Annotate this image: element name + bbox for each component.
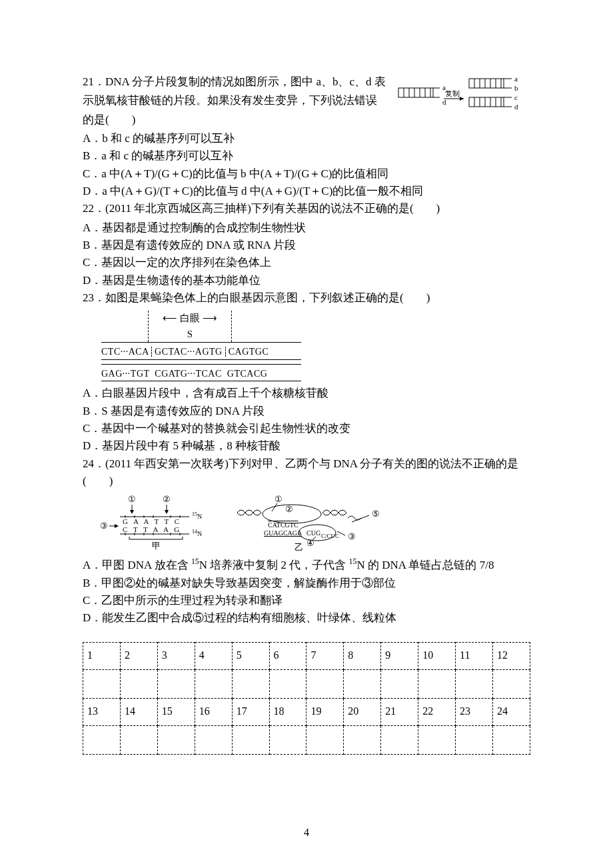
q23-stem: 23．如图是果蝇染色体上的白眼基因示意图，下列叙述正确的是( ) (83, 289, 530, 307)
grid-blank[interactable] (456, 669, 493, 698)
q24-figure: ① ② ③ G A A T T C C T T A A G 15N 14N 甲 (99, 495, 530, 553)
grid-cell: 4 (195, 642, 232, 669)
answer-grid: 1 2 3 4 5 6 7 8 9 10 11 12 13 14 15 16 1… (83, 642, 530, 755)
grid-blank[interactable] (306, 725, 344, 754)
q23-seq-bot-left: GAG···TGT (101, 369, 149, 379)
svg-text:b: b (514, 84, 518, 92)
grid-blank[interactable] (306, 669, 344, 698)
q24-option-c: C．乙图中所示的生理过程为转录和翻译 (83, 592, 530, 609)
q23-option-d: D．基因片段中有 5 种碱基，8 种核苷酸 (83, 437, 530, 455)
svg-text:GUAGCAGA: GUAGCAGA (264, 529, 303, 537)
q23-seq-top-left: CTC···ACA (101, 347, 149, 357)
grid-cell: 7 (306, 642, 344, 669)
grid-blank[interactable] (232, 725, 269, 754)
q23-seq-top-mid: GCTAC···AGTG (155, 347, 223, 357)
grid-cell: 11 (456, 642, 493, 669)
svg-text:d: d (514, 103, 518, 111)
q21-option-a: A．b 和 c 的碱基序列可以互补 (83, 130, 530, 147)
grid-cell: 6 (269, 642, 306, 669)
q22-option-c: C．基因以一定的次序排列在染色体上 (83, 254, 530, 271)
grid-cell: 15 (157, 698, 195, 725)
grid-cell: 23 (456, 698, 493, 725)
table-row: 1 2 3 4 5 6 7 8 9 10 11 12 (83, 642, 530, 669)
grid-blank[interactable] (83, 669, 121, 698)
q23-seq-bot-mid: CGATG···TCAC (155, 369, 222, 379)
grid-cell: 21 (381, 698, 418, 725)
page-number: 4 (0, 825, 613, 841)
grid-blank[interactable] (269, 725, 306, 754)
svg-line-67 (272, 503, 277, 511)
grid-blank[interactable] (418, 725, 456, 754)
svg-text:C T T A  A G: C T T A A G (123, 525, 181, 533)
q21-arrow-label: 复制 (445, 89, 460, 97)
svg-text:③: ③ (348, 531, 356, 541)
svg-text:15N: 15N (192, 511, 202, 520)
q22-option-b: B．基因是有遗传效应的 DNA 或 RNA 片段 (83, 237, 530, 254)
svg-text:CATCGTC: CATCGTC (268, 521, 299, 529)
q23-seq-bot-right: GTCACG (227, 369, 268, 379)
svg-marker-11 (460, 97, 464, 101)
svg-text:a: a (514, 77, 518, 83)
q21-option-c: C．a 中(A＋T)/(G＋C)的比值与 b 中(A＋T)/(G＋C)的比值相同 (83, 165, 530, 183)
svg-text:⑤: ⑤ (372, 509, 380, 519)
grid-cell: 5 (232, 642, 269, 669)
svg-text:c: c (514, 93, 518, 101)
grid-blank[interactable] (83, 725, 121, 754)
grid-blank[interactable] (344, 725, 381, 754)
svg-text:14N: 14N (192, 529, 202, 537)
grid-blank[interactable] (344, 669, 381, 698)
grid-cell: 9 (381, 642, 418, 669)
q21-option-d: D．a 中(A＋G)/(T＋C)的比值与 d 中(A＋G)/(T＋C)的比值一般… (83, 183, 530, 200)
grid-cell: 13 (83, 698, 121, 725)
svg-text:CUG: CUG (306, 529, 320, 537)
table-row: 13 14 15 16 17 18 19 20 21 22 23 24 (83, 698, 530, 725)
grid-cell: 12 (492, 642, 530, 669)
q24-option-a: A．甲图 DNA 放在含 15N 培养液中复制 2 代，子代含 15N 的 DN… (83, 557, 530, 574)
q23-label-s: S (149, 327, 231, 342)
grid-cell: 16 (195, 698, 232, 725)
grid-cell: 24 (492, 698, 530, 725)
q24-stem: 24．(2011 年西安第一次联考)下列对甲、乙两个与 DNA 分子有关的图的说… (83, 455, 530, 491)
grid-blank[interactable] (157, 669, 195, 698)
grid-blank[interactable] (381, 669, 418, 698)
q23-figure: ⟵白眼⟶ S CTC···ACA GCTAC···AGTG CAGTGC GAG… (101, 311, 301, 382)
svg-text:①: ① (275, 495, 283, 504)
q23-seq-top-right: CAGTGC (229, 347, 269, 357)
grid-blank[interactable] (120, 725, 157, 754)
grid-blank[interactable] (195, 725, 232, 754)
q24-jia-svg: ① ② ③ G A A T T C C T T A A G 15N 14N 甲 (99, 495, 219, 553)
grid-blank[interactable] (157, 725, 195, 754)
grid-cell: 17 (232, 698, 269, 725)
grid-blank[interactable] (232, 669, 269, 698)
grid-blank[interactable] (418, 669, 456, 698)
grid-blank[interactable] (492, 725, 530, 754)
grid-blank[interactable] (120, 669, 157, 698)
grid-blank[interactable] (269, 669, 306, 698)
q23-option-b: B．S 基因是有遗传效应的 DNA 片段 (83, 403, 530, 420)
table-row (83, 725, 530, 754)
grid-cell: 20 (344, 698, 381, 725)
svg-marker-38 (130, 510, 134, 514)
q22-stem: 22．(2011 年北京西城区高三抽样)下列有关基因的说法不正确的是( ) (83, 200, 530, 217)
svg-text:①: ① (128, 495, 136, 504)
grid-cell: 10 (418, 642, 456, 669)
q21-option-b: B．a 和 c 的碱基序列可以互补 (83, 147, 530, 165)
grid-blank[interactable] (195, 669, 232, 698)
grid-blank[interactable] (456, 725, 493, 754)
svg-text:甲: 甲 (152, 541, 161, 551)
q23-option-c: C．基因中一个碱基对的替换就会引起生物性状的改变 (83, 420, 530, 437)
q23-option-a: A．白眼基因片段中，含有成百上千个核糖核苷酸 (83, 385, 530, 402)
page-root: a 复制 d a b (0, 0, 613, 868)
grid-cell: 8 (344, 642, 381, 669)
svg-text:②: ② (285, 504, 293, 514)
svg-text:乙: 乙 (295, 542, 303, 552)
grid-blank[interactable] (492, 669, 530, 698)
q24-option-d: D．能发生乙图中合成⑤过程的结构有细胞核、叶绿体、线粒体 (83, 609, 530, 627)
grid-blank[interactable] (381, 725, 418, 754)
grid-cell: 22 (418, 698, 456, 725)
svg-marker-43 (115, 524, 119, 528)
grid-cell: 3 (157, 642, 195, 669)
svg-text:G A A T  T C: G A A T T C (123, 517, 181, 525)
grid-cell: 19 (306, 698, 344, 725)
q24-option-b: B．甲图②处的碱基对缺失导致基因突变，解旋酶作用于③部位 (83, 575, 530, 592)
